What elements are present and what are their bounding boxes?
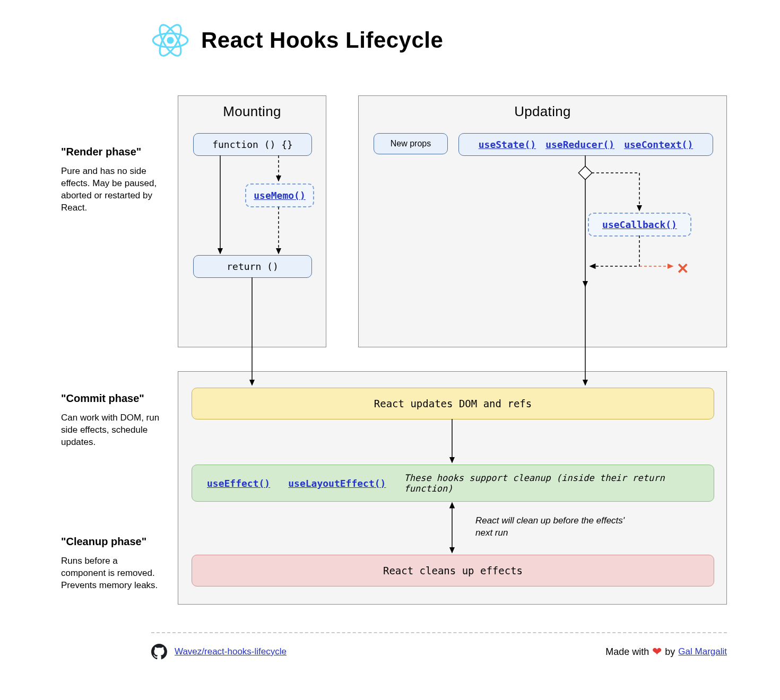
- commit-phase-heading: "Commit phase": [61, 392, 164, 405]
- made-with-text: Made with: [605, 646, 649, 658]
- updating-panel: Updating New props useState() useReducer…: [358, 95, 727, 347]
- usecallback-node[interactable]: useCallback(): [588, 213, 691, 237]
- newprops-node: New props: [374, 133, 448, 154]
- updating-hooks-node: useState() useReducer() useContext(): [458, 133, 713, 156]
- cleanup-node: React cleans up effects: [192, 555, 714, 587]
- by-text: by: [665, 646, 675, 658]
- effects-note: These hooks support cleanup (inside thei…: [404, 472, 699, 494]
- usememo-link[interactable]: useMemo(): [254, 190, 306, 201]
- svg-point-0: [167, 37, 174, 43]
- react-logo-icon: [151, 21, 189, 59]
- uselayouteffect-link[interactable]: useLayoutEffect(): [288, 478, 386, 489]
- updating-title: Updating: [359, 103, 726, 120]
- render-phase-desc: Pure and has no side effects. May be pau…: [61, 165, 164, 214]
- commit-phase-desc: Can work with DOM, run side effects, sch…: [61, 412, 164, 449]
- render-phase-heading: "Render phase": [61, 146, 164, 158]
- commit-panel: React updates DOM and refs useEffect() u…: [178, 371, 727, 605]
- repo-link[interactable]: Wavez/react-hooks-lifecycle: [175, 646, 287, 657]
- cleanup-phase-heading: "Cleanup phase": [61, 536, 164, 548]
- author-link[interactable]: Gal Margalit: [678, 646, 727, 657]
- page-title: React Hooks Lifecycle: [201, 28, 443, 53]
- dom-update-node: React updates DOM and refs: [192, 388, 714, 419]
- x-stop-icon: ✕: [677, 260, 689, 277]
- usereducer-link[interactable]: useReducer(): [545, 139, 614, 150]
- cleanup-phase-desc: Runs before a component is removed. Prev…: [61, 555, 164, 592]
- return-node: return (): [193, 255, 312, 278]
- github-icon: [151, 644, 167, 660]
- usecontext-link[interactable]: useContext(): [624, 139, 693, 150]
- heart-icon: ❤: [652, 645, 662, 659]
- usecallback-link[interactable]: useCallback(): [602, 219, 677, 230]
- function-node: function () {}: [193, 133, 312, 156]
- usememo-node[interactable]: useMemo(): [245, 183, 314, 207]
- mounting-panel: Mounting function () {} useMemo() return…: [178, 95, 326, 347]
- mounting-title: Mounting: [178, 103, 326, 120]
- between-note: React will clean up before the effects' …: [475, 515, 635, 539]
- usestate-link[interactable]: useState(): [479, 139, 536, 150]
- effects-node: useEffect() useLayoutEffect() These hook…: [192, 465, 714, 502]
- useeffect-link[interactable]: useEffect(): [207, 478, 270, 489]
